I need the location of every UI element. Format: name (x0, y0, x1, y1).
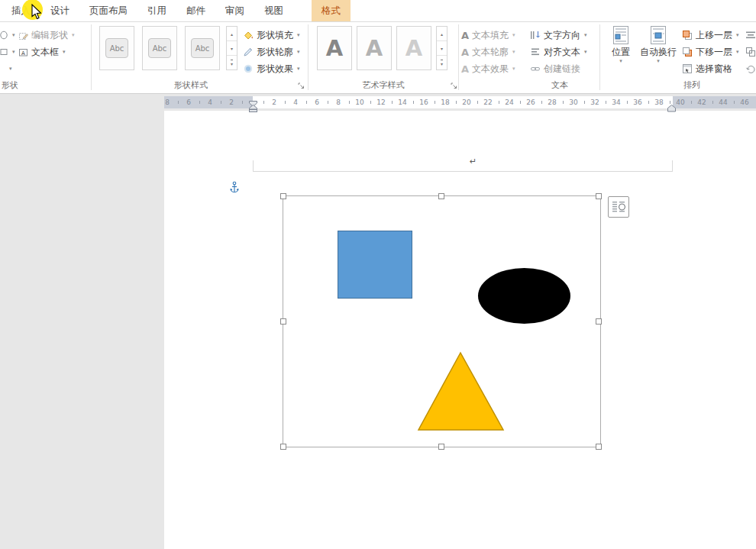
ruler-tick (199, 101, 200, 104)
horizontal-ruler[interactable]: 8642246810121416182022242628303234363840… (164, 96, 756, 108)
resize-handle-ne[interactable] (596, 193, 602, 199)
document-page[interactable]: ↵ (164, 111, 756, 549)
dropdown-arrow-icon: ▾ (584, 32, 587, 38)
shape-outline-button[interactable]: 形状轮廓 ▾ (243, 44, 300, 60)
layout-options-button[interactable] (608, 196, 629, 218)
rect-shape-icon (0, 47, 8, 57)
send-backward-icon (682, 47, 693, 57)
canvas-shape-ellipse[interactable] (478, 268, 570, 324)
text-fill-button[interactable]: A 文本填充 ▾ (461, 27, 515, 43)
ruler-tick (392, 101, 393, 104)
ruler-tick (306, 101, 307, 104)
shape-effects-button[interactable]: 形状效果 ▾ (243, 61, 300, 76)
align-objects-button-cropped[interactable] (745, 27, 756, 43)
ruler-tick (734, 101, 735, 104)
ruler-number: 2 (229, 96, 234, 108)
shape-tool-cropped-2[interactable]: ▾ (0, 44, 15, 60)
rotate-objects-button-cropped[interactable] (745, 61, 756, 76)
oval-shape-icon (0, 31, 8, 40)
shape-fill-button[interactable]: 形状填充 ▾ (243, 27, 300, 43)
ruler-tick (178, 101, 179, 104)
ruler-number: 18 (441, 96, 449, 108)
ruler-number: 20 (462, 96, 470, 108)
gallery-scroll-down-icon[interactable]: ▾ (227, 41, 237, 56)
wrap-text-button[interactable]: 自动换行 ▾ (638, 25, 678, 89)
ruler-number: 6 (186, 96, 191, 108)
shape-style-preset-2[interactable]: Abc (142, 26, 177, 70)
edit-shape-icon (18, 31, 28, 40)
send-backward-button[interactable]: 下移一层 ▾ (682, 44, 739, 60)
shape-outline-label: 形状轮廓 (257, 46, 293, 59)
ruler-number: 14 (398, 96, 406, 108)
right-indent-marker[interactable] (667, 101, 676, 115)
ruler-tick (477, 101, 478, 104)
ruler-number: 36 (633, 96, 641, 108)
left-indent-marker[interactable] (249, 101, 257, 115)
shape-style-thumb: Abc (105, 38, 128, 58)
tab-references[interactable]: 引用 (137, 0, 176, 21)
resize-handle-nw[interactable] (280, 193, 286, 199)
resize-handle-sw[interactable] (280, 444, 286, 450)
dialog-launcher-icon (451, 82, 457, 89)
gallery-scroll-down-icon[interactable]: ▾ (437, 41, 447, 56)
document-workspace: 8642246810121416182022242628303234363840… (0, 93, 756, 549)
text-outline-button[interactable]: A 文本轮廓 ▾ (461, 44, 515, 60)
selection-pane-label: 选择窗格 (696, 63, 732, 76)
resize-handle-w[interactable] (280, 318, 286, 325)
ruler-tick (263, 101, 264, 104)
wordart-preset-3[interactable]: A (396, 26, 431, 70)
shape-tool-cropped-1[interactable]: ▾ (0, 27, 15, 43)
tab-review[interactable]: 审阅 (215, 0, 254, 21)
align-objects-icon (745, 30, 756, 40)
shape-style-gallery-scroll: ▴ ▾ ▾ (226, 26, 237, 70)
shape-styles-dialog-launcher[interactable] (296, 81, 305, 90)
ruler-tick (627, 101, 628, 104)
bring-forward-button[interactable]: 上移一层 ▾ (682, 27, 739, 43)
gallery-scroll-up-icon[interactable]: ▴ (437, 27, 447, 41)
resize-handle-n[interactable] (438, 193, 444, 199)
text-box-button[interactable]: A 文本框 ▾ (18, 44, 66, 60)
resize-handle-se[interactable] (596, 444, 602, 450)
group-objects-button-cropped[interactable] (745, 44, 756, 60)
gallery-more-icon[interactable]: ▾ (227, 56, 237, 69)
tab-design[interactable]: 设计 (40, 0, 79, 21)
tab-mailings[interactable]: 邮件 (176, 0, 215, 21)
tab-format-active[interactable]: 格式 (312, 0, 351, 21)
align-text-icon (530, 47, 541, 57)
shape-style-preset-1[interactable]: Abc (99, 26, 134, 70)
wrap-text-icon (648, 25, 668, 45)
align-text-button[interactable]: 对齐文本 ▾ (530, 44, 587, 60)
text-fill-label: 文本填充 (472, 29, 509, 42)
create-link-button[interactable]: 创建链接 (530, 61, 580, 76)
text-boundary-tick-left (253, 160, 254, 172)
ruler-number: 32 (590, 96, 599, 108)
selection-pane-button[interactable]: 选择窗格 (682, 61, 732, 76)
text-direction-button[interactable]: 文字方向 ▾ (530, 27, 587, 43)
text-effects-button[interactable]: A 文本效果 ▾ (461, 61, 515, 76)
wordart-preset-2[interactable]: A (357, 26, 392, 70)
dropdown-arrow-icon: ▾ (12, 32, 15, 38)
resize-handle-s[interactable] (438, 444, 444, 450)
canvas-shape-triangle[interactable] (416, 351, 506, 435)
edit-shape-button[interactable]: 编辑形状 ▾ (18, 27, 75, 43)
wordart-styles-dialog-launcher[interactable] (449, 81, 458, 90)
ruler-tick (435, 101, 435, 104)
object-anchor-icon[interactable] (229, 181, 240, 197)
drawing-canvas[interactable] (283, 195, 601, 447)
wordart-preset-1[interactable]: A (317, 26, 352, 70)
gallery-more-icon[interactable]: ▾ (437, 56, 447, 69)
position-button[interactable]: 位置 ▾ (607, 25, 635, 89)
tab-view[interactable]: 视图 (254, 0, 293, 21)
dropdown-arrow-icon: ▾ (657, 58, 660, 64)
rotate-objects-icon (745, 63, 756, 74)
tab-page-layout[interactable]: 页面布局 (79, 0, 137, 21)
ruler-number: 2 (272, 96, 276, 108)
resize-handle-e[interactable] (596, 318, 602, 325)
canvas-shape-square[interactable] (338, 231, 412, 299)
ruler-number: 42 (697, 96, 706, 108)
gallery-scroll-up-icon[interactable]: ▴ (227, 27, 237, 41)
selection-pane-icon (682, 63, 693, 74)
shape-tool-cropped-3[interactable]: ▾ (8, 61, 12, 76)
shape-style-preset-3[interactable]: Abc (185, 26, 220, 70)
ruler-number: 16 (419, 96, 428, 108)
